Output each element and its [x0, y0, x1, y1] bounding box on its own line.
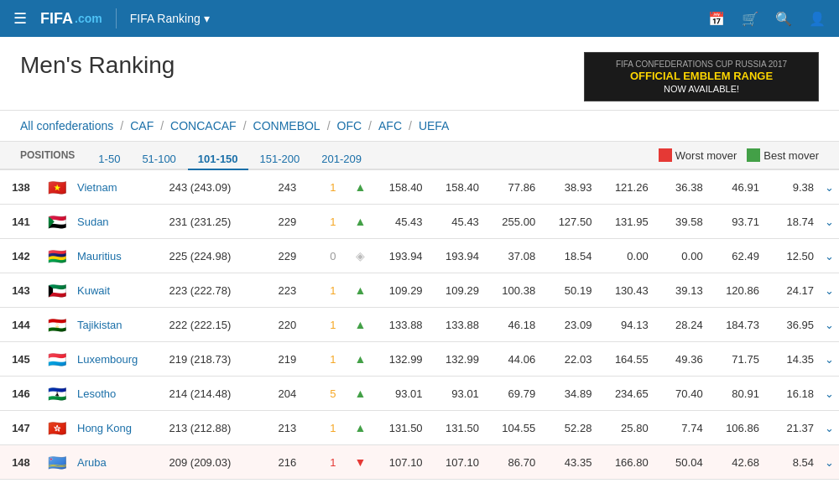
- hamburger-icon[interactable]: ☰: [13, 9, 27, 28]
- promo-top-text: FIFA CONFEDERATIONS CUP RUSSIA 2017: [595, 60, 808, 69]
- table-row: 144 🇹🇯 Tajikistan 222 (222.15) 220 1 ▲ 1…: [0, 308, 839, 342]
- stat-1: 158.40: [371, 170, 427, 205]
- country-name[interactable]: Tajikistan: [77, 319, 122, 331]
- expand-button[interactable]: ⌄: [819, 239, 839, 273]
- points-cell: 223 (222.78): [164, 273, 274, 308]
- pos-tab-101-150[interactable]: 101-150: [188, 149, 248, 170]
- pos-tab-151-200[interactable]: 151-200: [250, 149, 310, 170]
- prev-points: 219: [274, 342, 317, 377]
- prev-points: 223: [274, 273, 317, 308]
- country-name-cell[interactable]: Sudan: [72, 205, 164, 239]
- expand-button[interactable]: ⌄: [819, 411, 839, 445]
- country-name[interactable]: Sudan: [77, 216, 109, 228]
- rank-number: 144: [0, 308, 42, 342]
- expand-button[interactable]: ⌄: [819, 273, 839, 308]
- stat-8: 21.37: [764, 411, 819, 445]
- country-name-cell[interactable]: Aruba: [72, 445, 164, 480]
- stat-1: 131.50: [371, 411, 427, 445]
- expand-button[interactable]: ⌄: [819, 377, 839, 411]
- separator-3: /: [243, 119, 247, 132]
- country-name[interactable]: Kuwait: [77, 284, 110, 297]
- search-icon[interactable]: 🔍: [775, 11, 792, 27]
- stat-2: 158.40: [428, 170, 484, 205]
- stat-1: 107.10: [371, 445, 427, 480]
- flag-cell: 🇦🇼: [42, 445, 72, 480]
- flag-cell: 🇲🇺: [42, 239, 72, 273]
- expand-button[interactable]: ⌄: [819, 205, 839, 239]
- table-row: 142 🇲🇺 Mauritius 225 (224.98) 229 0 ◈ 19…: [0, 239, 839, 273]
- conf-tab-concacaf[interactable]: CONCACAF: [170, 119, 237, 132]
- conf-tab-conmebol[interactable]: CONMEBOL: [253, 119, 320, 132]
- conf-tab-all[interactable]: All confederations: [20, 119, 113, 132]
- stat-8: 12.50: [764, 239, 819, 273]
- stat-3: 37.08: [484, 239, 540, 273]
- stat-3: 44.06: [484, 342, 540, 377]
- user-icon[interactable]: 👤: [809, 11, 826, 27]
- country-name-cell[interactable]: Mauritius: [72, 239, 164, 273]
- change-number: 1: [316, 342, 349, 377]
- stat-2: 109.29: [428, 273, 484, 308]
- conf-tab-uefa[interactable]: UEFA: [419, 119, 450, 132]
- fifa-logo[interactable]: FIFA.com: [40, 10, 102, 28]
- country-name[interactable]: Vietnam: [77, 181, 117, 194]
- country-name[interactable]: Hong Kong: [77, 422, 132, 434]
- promo-banner[interactable]: FIFA CONFEDERATIONS CUP RUSSIA 2017 OFFI…: [584, 52, 819, 101]
- stat-6: 50.04: [654, 445, 708, 480]
- rank-number: 145: [0, 342, 42, 377]
- country-name-cell[interactable]: Hong Kong: [72, 411, 164, 445]
- country-flag: 🇻🇳: [47, 179, 67, 192]
- expand-button[interactable]: ⌄: [819, 308, 839, 342]
- country-flag: 🇦🇼: [47, 454, 67, 467]
- prev-points: 243: [274, 170, 317, 205]
- pos-tab-201-209[interactable]: 201-209: [311, 149, 372, 170]
- page-header: Men's Ranking FIFA CONFEDERATIONS CUP RU…: [0, 37, 839, 111]
- change-arrow: ▲: [349, 273, 371, 308]
- country-name[interactable]: Lesotho: [77, 387, 116, 400]
- best-mover-box: [747, 148, 760, 162]
- positions-label: POSITIONS: [20, 149, 75, 161]
- table-row: 147 🇭🇰 Hong Kong 213 (212.88) 213 1 ▲ 13…: [0, 411, 839, 445]
- pos-tab-51-100[interactable]: 51-100: [132, 149, 185, 170]
- dot-com: .com: [75, 12, 102, 25]
- country-name-cell[interactable]: Vietnam: [72, 170, 164, 205]
- country-name[interactable]: Aruba: [77, 456, 107, 469]
- pos-tab-1-50[interactable]: 1-50: [88, 149, 130, 170]
- country-flag: 🇸🇩: [47, 213, 67, 226]
- change-arrow: ▲: [349, 170, 371, 205]
- country-flag: 🇭🇰: [47, 419, 67, 433]
- ranking-nav-label: FIFA Ranking: [130, 12, 201, 25]
- cart-icon[interactable]: 🛒: [742, 11, 758, 27]
- fifa-ranking-nav[interactable]: FIFA Ranking ▾: [130, 12, 210, 25]
- expand-button[interactable]: ⌄: [819, 445, 839, 480]
- change-arrow: ▲: [349, 342, 371, 377]
- country-name[interactable]: Luxembourg: [77, 353, 138, 366]
- rank-number: 143: [0, 273, 42, 308]
- nav-divider: [116, 8, 117, 29]
- legend: Worst mover Best mover: [659, 148, 819, 162]
- expand-button[interactable]: ⌄: [819, 342, 839, 377]
- country-name[interactable]: Mauritius: [77, 250, 122, 262]
- separator-5: /: [368, 119, 372, 132]
- stat-8: 24.17: [764, 273, 819, 308]
- country-name-cell[interactable]: Luxembourg: [72, 342, 164, 377]
- country-name-cell[interactable]: Lesotho: [72, 377, 164, 411]
- points-cell: 225 (224.98): [164, 239, 274, 273]
- position-tabs: 1-50 51-100 101-150 151-200 201-209: [88, 149, 372, 162]
- country-name-cell[interactable]: Kuwait: [72, 273, 164, 308]
- ranking-table: 138 🇻🇳 Vietnam 243 (243.09) 243 1 ▲ 158.…: [0, 170, 839, 480]
- conf-tab-ofc[interactable]: OFC: [337, 119, 362, 132]
- conf-tab-caf[interactable]: CAF: [130, 119, 154, 132]
- stat-2: 93.01: [428, 377, 484, 411]
- expand-button[interactable]: ⌄: [819, 170, 839, 205]
- conf-tab-afc[interactable]: AFC: [378, 119, 402, 132]
- promo-sub-text: NOW AVAILABLE!: [595, 84, 808, 94]
- change-number: 1: [316, 170, 349, 205]
- country-name-cell[interactable]: Tajikistan: [72, 308, 164, 342]
- separator-2: /: [160, 119, 164, 132]
- stat-2: 133.88: [428, 308, 484, 342]
- stat-4: 18.54: [540, 239, 597, 273]
- table-row: 138 🇻🇳 Vietnam 243 (243.09) 243 1 ▲ 158.…: [0, 170, 839, 205]
- stat-3: 100.38: [484, 273, 540, 308]
- change-number: 5: [316, 377, 349, 411]
- calendar-icon[interactable]: 📅: [708, 11, 725, 27]
